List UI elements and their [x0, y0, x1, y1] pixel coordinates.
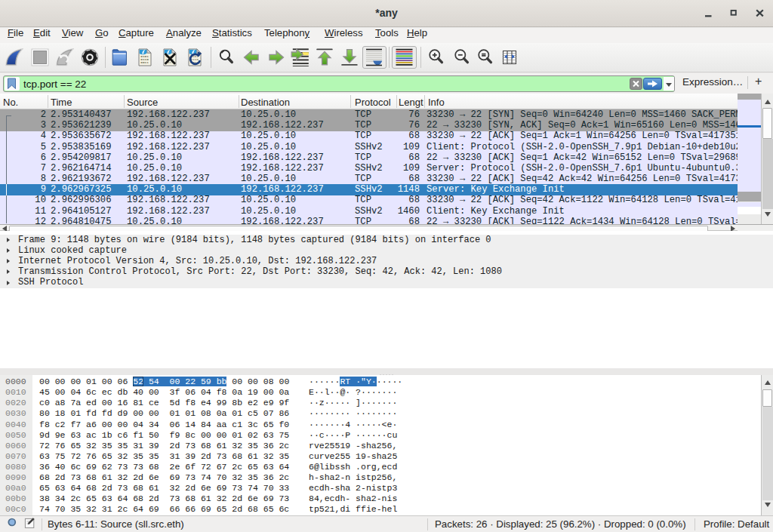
svg-text:0011: 0011 [140, 60, 149, 64]
